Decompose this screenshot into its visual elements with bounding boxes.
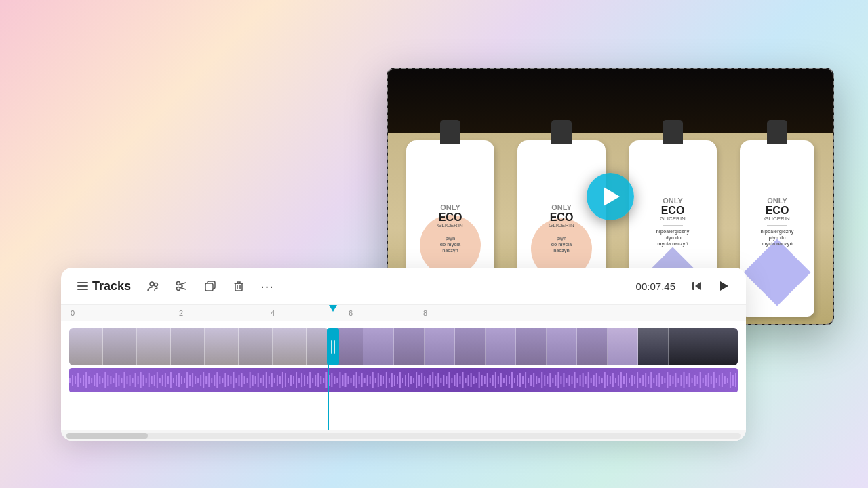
- trim-handle[interactable]: [327, 328, 339, 365]
- svg-rect-12: [692, 282, 694, 290]
- more-button[interactable]: ···: [256, 274, 279, 298]
- svg-rect-91: [277, 375, 278, 386]
- svg-rect-161: [468, 375, 469, 386]
- svg-rect-242: [689, 373, 690, 387]
- svg-rect-208: [596, 373, 597, 387]
- svg-rect-249: [708, 373, 709, 387]
- svg-rect-228: [650, 372, 652, 388]
- svg-rect-15: [69, 378, 71, 383]
- scrollbar-thumb[interactable]: [66, 433, 148, 439]
- svg-rect-200: [574, 372, 576, 388]
- timeline-panel: Tracks: [61, 268, 746, 441]
- skip-back-button[interactable]: [686, 276, 707, 296]
- svg-rect-158: [460, 376, 461, 384]
- svg-rect-86: [263, 375, 264, 386]
- svg-rect-221: [631, 375, 633, 386]
- svg-rect-45: [151, 376, 153, 384]
- svg-rect-225: [642, 375, 644, 386]
- svg-rect-135: [397, 376, 398, 384]
- svg-rect-17: [75, 376, 76, 384]
- users-button[interactable]: [142, 274, 165, 298]
- svg-rect-187: [538, 378, 540, 383]
- video-segment-left[interactable]: [69, 328, 329, 365]
- svg-rect-195: [560, 376, 561, 384]
- svg-rect-167: [484, 376, 486, 384]
- svg-rect-238: [677, 378, 679, 383]
- svg-rect-145: [424, 376, 425, 384]
- svg-rect-160: [465, 378, 467, 383]
- play-button[interactable]: [712, 274, 735, 298]
- video-track-container: [64, 328, 743, 365]
- svg-rect-76: [235, 378, 237, 383]
- svg-rect-33: [118, 375, 119, 386]
- svg-rect-8: [205, 283, 213, 291]
- svg-rect-100: [301, 373, 302, 387]
- svg-rect-38: [132, 378, 134, 383]
- svg-rect-123: [364, 378, 366, 383]
- svg-rect-72: [224, 373, 226, 387]
- delete-button[interactable]: [227, 274, 250, 298]
- svg-rect-188: [541, 372, 542, 388]
- ruler-marks: 0 2 4 6 8: [64, 305, 743, 321]
- svg-rect-194: [557, 372, 559, 388]
- svg-rect-170: [492, 375, 494, 386]
- scissors-button[interactable]: [170, 274, 193, 298]
- svg-marker-13: [695, 282, 701, 290]
- svg-rect-177: [511, 372, 513, 388]
- svg-rect-223: [637, 372, 638, 388]
- svg-line-5: [180, 288, 186, 290]
- svg-rect-251: [713, 372, 715, 388]
- svg-rect-130: [383, 376, 384, 384]
- svg-rect-139: [408, 373, 409, 387]
- svg-rect-209: [599, 376, 600, 384]
- svg-rect-101: [304, 375, 305, 386]
- svg-rect-153: [446, 376, 447, 384]
- svg-rect-197: [566, 378, 567, 383]
- video-segment-right[interactable]: [333, 328, 738, 365]
- svg-rect-54: [176, 375, 177, 386]
- svg-rect-211: [604, 372, 606, 388]
- svg-rect-215: [615, 378, 616, 383]
- svg-rect-201: [577, 378, 578, 383]
- svg-rect-18: [77, 373, 79, 387]
- svg-rect-244: [694, 375, 696, 386]
- svg-rect-214: [612, 373, 614, 387]
- svg-rect-23: [91, 378, 92, 383]
- svg-rect-98: [296, 372, 297, 388]
- svg-rect-43: [146, 378, 147, 383]
- list-icon: [77, 282, 88, 290]
- svg-rect-9: [235, 283, 242, 291]
- tracks-button[interactable]: Tracks: [72, 277, 136, 296]
- svg-rect-41: [140, 372, 142, 388]
- svg-rect-129: [380, 375, 382, 386]
- svg-rect-203: [583, 373, 584, 387]
- svg-rect-169: [490, 378, 491, 383]
- more-dots: ···: [260, 279, 274, 294]
- svg-rect-220: [629, 378, 630, 383]
- svg-rect-137: [402, 378, 403, 383]
- svg-point-0: [150, 282, 154, 286]
- svg-rect-121: [359, 376, 360, 384]
- scrollbar-track[interactable]: [66, 433, 741, 439]
- svg-rect-159: [462, 372, 464, 388]
- svg-point-1: [155, 283, 158, 287]
- svg-rect-20: [83, 375, 84, 386]
- audio-track[interactable]: [69, 368, 738, 392]
- svg-rect-49: [162, 375, 163, 386]
- svg-rect-184: [530, 375, 532, 386]
- svg-rect-133: [391, 373, 393, 387]
- ruler-mark-6: 6: [349, 309, 353, 317]
- svg-rect-198: [568, 375, 570, 386]
- svg-rect-163: [473, 376, 475, 384]
- svg-rect-94: [285, 373, 286, 387]
- svg-rect-227: [648, 376, 649, 384]
- svg-rect-109: [326, 372, 327, 388]
- svg-rect-28: [104, 372, 106, 388]
- svg-rect-74: [230, 376, 231, 384]
- svg-rect-116: [344, 373, 346, 387]
- svg-rect-243: [692, 378, 693, 383]
- video-play-button[interactable]: [587, 173, 634, 220]
- svg-rect-259: [735, 373, 736, 387]
- svg-rect-148: [432, 372, 433, 388]
- copy-button[interactable]: [199, 274, 222, 298]
